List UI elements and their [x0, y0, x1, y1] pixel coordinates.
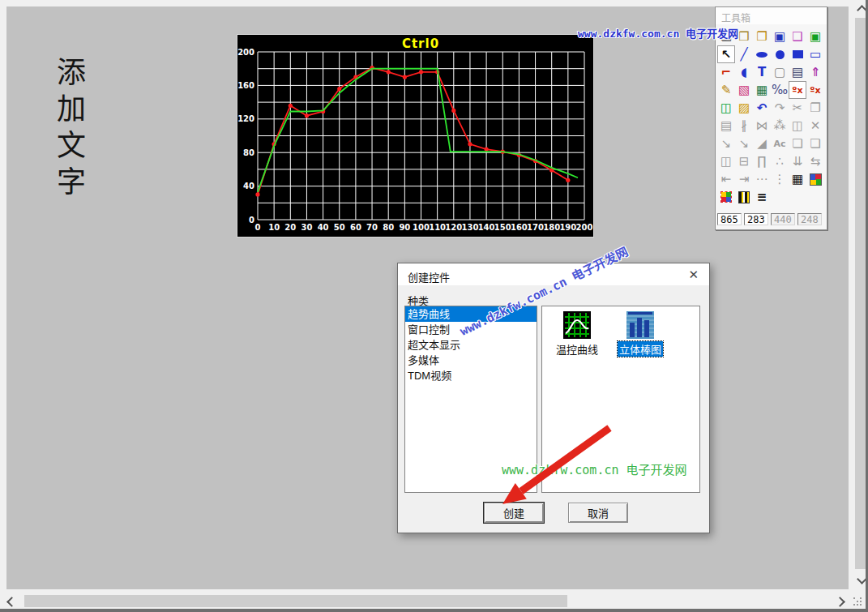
save-icon[interactable]: ▣	[771, 28, 789, 45]
dots-v-icon: ⋮	[771, 170, 789, 188]
text-case-icon: Ac	[771, 135, 789, 152]
bar3d-icon	[626, 311, 654, 339]
value-label-small-icon[interactable]: ºx	[806, 81, 824, 99]
select-cursor-icon[interactable]: ↖	[717, 45, 735, 63]
control-label: 立体棒图	[618, 341, 663, 357]
undo-icon[interactable]: ↶	[753, 99, 771, 117]
rocket-widget-icon[interactable]: ⇑	[806, 63, 824, 81]
rotate-right-icon: ↘	[717, 135, 735, 152]
pipe-tool-icon[interactable]: ⌐	[717, 63, 735, 81]
ellipse-tool-icon[interactable]	[753, 45, 771, 63]
shrink-icon: ⇤	[717, 170, 735, 188]
category-item[interactable]: 趋势曲线	[405, 306, 537, 322]
coordinate-field[interactable]: 865	[717, 213, 742, 225]
color-bars-icon-shape	[738, 191, 750, 203]
fill-tool-icon: ◢	[753, 135, 771, 152]
toolbox-title: 工具箱	[716, 7, 827, 24]
svg-text:150: 150	[494, 223, 511, 232]
temp-curve-icon	[563, 311, 591, 339]
horizontal-scrollbar-thumb[interactable]	[24, 595, 567, 607]
unit-label-icon[interactable]: ‰	[771, 81, 789, 99]
import-export-icon[interactable]: ❐	[753, 28, 771, 45]
coordinate-field[interactable]: 283	[744, 213, 768, 225]
polygon-tool-icon[interactable]: ▭	[806, 45, 824, 63]
group-icon: ⋈	[753, 117, 771, 135]
grow-icon: ⇥	[735, 170, 753, 188]
text-tool-icon[interactable]: T	[753, 63, 771, 81]
line-tool-icon[interactable]: ╱	[735, 45, 753, 63]
color-grid-icon[interactable]	[806, 170, 824, 188]
copy-icon: ❐	[806, 99, 824, 117]
arc-tool-icon[interactable]: ◖	[735, 63, 753, 81]
image-tool-icon[interactable]: ▧	[735, 81, 753, 99]
category-item[interactable]: 多媒体	[405, 353, 537, 368]
canvas-vertical-text[interactable]: 添加文字	[53, 57, 83, 203]
note-edit-icon[interactable]: ✎	[717, 81, 735, 99]
mirror-icon: ◫	[789, 117, 806, 135]
swap-icon: ✕	[806, 117, 824, 135]
svg-text:90: 90	[399, 223, 410, 232]
control-item[interactable]: 温控曲线	[549, 311, 605, 357]
distribute-pairs-icon: ∦	[735, 117, 753, 135]
svg-text:40: 40	[318, 223, 329, 232]
trend-chart-widget[interactable]: 0102030405060708090100110120130140150160…	[237, 34, 594, 238]
svg-text:20: 20	[284, 223, 296, 232]
bring-front-icon: ⇆	[806, 152, 824, 170]
redo-icon: ↷	[771, 99, 789, 117]
open-folder-icon[interactable]: ❒	[735, 28, 753, 45]
resize-grip[interactable]	[853, 597, 863, 607]
distribute-h-icon: ∏	[753, 152, 771, 170]
horizontal-scrollbar[interactable]	[0, 594, 849, 608]
report-tool-icon[interactable]: ▤	[789, 63, 806, 81]
svg-text:200: 200	[237, 48, 254, 57]
control-panel[interactable]: 温控曲线立体棒图	[541, 306, 700, 493]
window-export-icon[interactable]: ❑	[789, 28, 806, 45]
new-file-icon[interactable]: ❏	[717, 28, 735, 45]
scroll-right-icon[interactable]	[835, 597, 845, 607]
color-select-icon[interactable]	[717, 188, 735, 206]
category-item[interactable]: 超文本显示	[405, 337, 537, 353]
trend-chart-svg: 0102030405060708090100110120130140150160…	[237, 35, 593, 237]
close-icon[interactable]: ✕	[688, 267, 699, 282]
palette-export-icon[interactable]: ▨	[735, 99, 753, 117]
align-bottom-icon: ⊟	[735, 152, 753, 170]
toolbox-icon-grid: ❏❒❐▣❑▣↖╱▭⌐◖T▢▤⇑✎▧▦‰ºxºx◫▨↶↷✂❐▤∦⋈⁂◫✕↘↘◢Ac…	[717, 28, 826, 206]
window-bottom-edge	[0, 609, 868, 612]
svg-text:120: 120	[237, 114, 254, 123]
circle-tool-icon[interactable]	[771, 45, 789, 63]
graph-widget-icon[interactable]: ▦	[753, 81, 771, 99]
svg-text:110: 110	[429, 223, 446, 232]
cancel-button[interactable]: 取消	[568, 503, 628, 523]
svg-text:40: 40	[243, 182, 254, 190]
category-item[interactable]: TDM视频	[405, 368, 537, 383]
run-view-icon[interactable]: ▣	[806, 28, 824, 45]
dialog-titlebar[interactable]: 创建控件 ✕	[398, 263, 709, 285]
bar3d-icon-box[interactable]	[626, 311, 654, 339]
flip-h-icon: ❏	[789, 135, 806, 152]
temp-curve-icon-box[interactable]	[563, 311, 591, 339]
app-window: 添加文字 01020304050607080901001101201301401…	[0, 0, 868, 612]
svg-text:160: 160	[511, 223, 528, 232]
toolbox-palette[interactable]: 工具箱 ❏❒❐▣❑▣↖╱▭⌐◖T▢▤⇑✎▧▦‰ºxºx◫▨↶↷✂❐▤∦⋈⁂◫✕↘…	[715, 6, 827, 230]
grid-icon[interactable]: ▦	[789, 170, 806, 188]
control-label: 温控曲线	[554, 341, 600, 357]
svg-text:70: 70	[366, 223, 378, 232]
control-item[interactable]: 立体棒图	[612, 311, 669, 357]
rect-tool-icon[interactable]	[789, 45, 806, 63]
category-item[interactable]: 窗口控制	[405, 322, 537, 337]
category-listbox[interactable]: 趋势曲线窗口控制超文本显示多媒体TDM视频	[404, 306, 537, 493]
create-control-dialog: 创建控件 ✕ 种类 趋势曲线窗口控制超文本显示多媒体TDM视频 温控曲线立体棒图…	[397, 263, 710, 533]
scroll-left-icon[interactable]	[6, 597, 17, 607]
color-grid-icon-shape	[810, 173, 822, 186]
cylinder-widget-icon[interactable]: ◫	[717, 99, 735, 117]
value-label-icon[interactable]: ºx	[789, 81, 806, 99]
color-bars-icon[interactable]	[735, 188, 753, 206]
cut-icon: ✂	[789, 99, 806, 117]
svg-text:100: 100	[413, 223, 430, 232]
create-button[interactable]: 创建	[484, 503, 544, 523]
rotate-left-icon: ↘	[735, 135, 753, 152]
stripes-icon[interactable]: ≡	[753, 188, 771, 206]
rounded-rect-tool-icon[interactable]: ▢	[771, 63, 789, 81]
svg-text:190: 190	[559, 223, 576, 232]
svg-text:160: 160	[237, 81, 254, 90]
